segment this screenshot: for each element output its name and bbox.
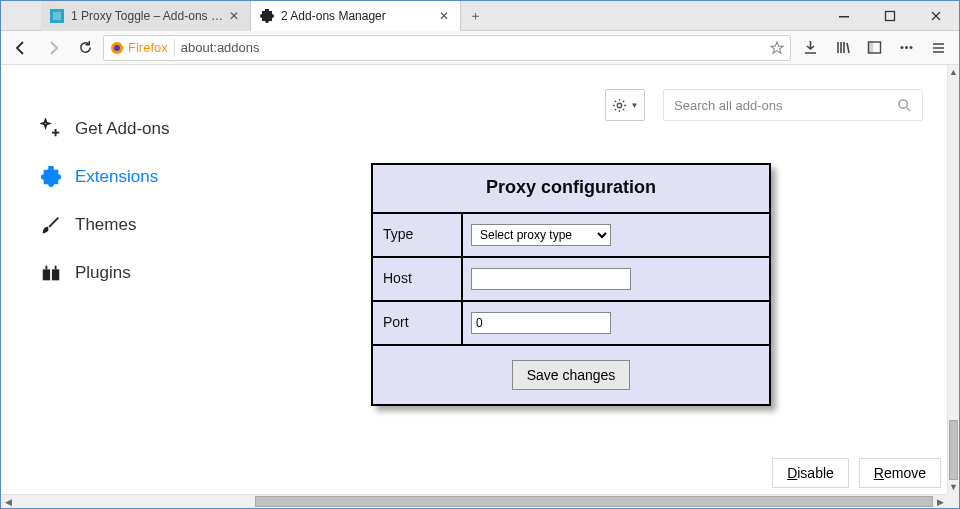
sidebar-item-label: Plugins bbox=[75, 263, 131, 283]
proxy-host-label: Host bbox=[373, 258, 463, 300]
proxy-row-host: Host bbox=[373, 258, 769, 302]
svg-point-12 bbox=[899, 99, 907, 107]
proxy-type-select[interactable]: Select proxy type bbox=[471, 224, 611, 246]
hamburger-menu-icon[interactable] bbox=[923, 35, 953, 61]
search-addons-input[interactable]: Search all add-ons bbox=[663, 89, 923, 121]
url-text: about:addons bbox=[181, 40, 764, 55]
remove-button-rest: emove bbox=[884, 465, 926, 481]
urlbar-separator bbox=[174, 39, 175, 57]
svg-rect-15 bbox=[46, 266, 48, 270]
svg-rect-13 bbox=[43, 269, 50, 280]
gear-icon bbox=[612, 98, 627, 113]
sidebar-toggle-icon[interactable] bbox=[859, 35, 889, 61]
svg-point-5 bbox=[114, 45, 120, 51]
horizontal-scrollbar[interactable]: ◀ ▶ bbox=[1, 494, 947, 508]
proxy-port-input[interactable] bbox=[471, 312, 611, 334]
content-wrap: ▼ Search all add-ons Get Add-ons Extensi… bbox=[1, 65, 959, 508]
tab-addons-manager[interactable]: 2 Add-ons Manager ✕ bbox=[251, 1, 461, 31]
back-button[interactable] bbox=[7, 35, 35, 61]
tab-label: 2 Add-ons Manager bbox=[281, 9, 436, 23]
category-sidebar: Get Add-ons Extensions Themes Plugins bbox=[39, 105, 170, 297]
search-icon bbox=[897, 98, 912, 113]
sparkle-plus-icon bbox=[39, 117, 63, 141]
scroll-track[interactable] bbox=[948, 79, 959, 480]
toolbar-icons bbox=[795, 35, 953, 61]
tools-gear-button[interactable]: ▼ bbox=[605, 89, 645, 121]
svg-rect-2 bbox=[839, 16, 849, 18]
svg-point-10 bbox=[909, 46, 912, 49]
save-changes-button[interactable]: Save changes bbox=[512, 360, 631, 390]
reload-button[interactable] bbox=[71, 35, 99, 61]
scroll-right-arrow-icon[interactable]: ▶ bbox=[933, 495, 947, 508]
remove-button[interactable]: Remove bbox=[859, 458, 941, 488]
library-icon[interactable] bbox=[827, 35, 857, 61]
forward-button[interactable] bbox=[39, 35, 67, 61]
hscroll-thumb[interactable] bbox=[255, 496, 933, 507]
firefox-icon bbox=[110, 41, 124, 55]
proxy-port-label: Port bbox=[373, 302, 463, 344]
sidebar-item-plugins[interactable]: Plugins bbox=[39, 249, 170, 297]
tab-close-icon[interactable]: ✕ bbox=[436, 9, 452, 23]
svg-rect-1 bbox=[53, 12, 61, 20]
plugin-brick-icon bbox=[39, 261, 63, 285]
tab-index: 2 bbox=[281, 9, 288, 23]
svg-rect-7 bbox=[868, 42, 872, 53]
overflow-icon[interactable] bbox=[891, 35, 921, 61]
search-placeholder: Search all add-ons bbox=[674, 98, 782, 113]
svg-rect-16 bbox=[55, 266, 57, 270]
scroll-thumb[interactable] bbox=[949, 420, 958, 480]
paintbrush-icon bbox=[39, 213, 63, 237]
top-right-controls: ▼ Search all add-ons bbox=[605, 89, 923, 121]
window-controls bbox=[821, 1, 959, 30]
svg-rect-14 bbox=[52, 269, 59, 280]
maximize-button[interactable] bbox=[867, 1, 913, 30]
chevron-down-icon: ▼ bbox=[631, 101, 639, 110]
vertical-scrollbar[interactable]: ▲ ▼ bbox=[947, 65, 959, 494]
minimize-button[interactable] bbox=[821, 1, 867, 30]
tab-close-icon[interactable]: ✕ bbox=[226, 9, 242, 23]
proxy-save-row: Save changes bbox=[373, 346, 769, 404]
proxy-panel-title: Proxy configuration bbox=[373, 165, 769, 214]
tab-label-text: Add-ons Manager bbox=[290, 9, 385, 23]
proxy-type-label: Type bbox=[373, 214, 463, 256]
svg-rect-3 bbox=[886, 11, 895, 20]
proxy-row-type: Type Select proxy type bbox=[373, 214, 769, 258]
scroll-corner bbox=[947, 494, 959, 508]
tab-label: 1 Proxy Toggle – Add-ons for Firefox bbox=[71, 9, 226, 23]
disable-button-rest: isable bbox=[797, 465, 834, 481]
tab-strip: 1 Proxy Toggle – Add-ons for Firefox ✕ 2… bbox=[1, 1, 489, 30]
downloads-icon[interactable] bbox=[795, 35, 825, 61]
addons-content: ▼ Search all add-ons Get Add-ons Extensi… bbox=[1, 65, 947, 494]
new-tab-button[interactable]: ＋ bbox=[461, 1, 489, 30]
scroll-up-arrow-icon[interactable]: ▲ bbox=[948, 65, 959, 79]
firefox-brand-text: Firefox bbox=[128, 40, 168, 55]
navigation-toolbar: Firefox about:addons bbox=[1, 31, 959, 65]
hscroll-track[interactable] bbox=[15, 495, 933, 508]
window-titlebar: 1 Proxy Toggle – Add-ons for Firefox ✕ 2… bbox=[1, 1, 959, 31]
bookmark-star-icon[interactable] bbox=[770, 41, 784, 55]
svg-point-8 bbox=[900, 46, 903, 49]
sidebar-item-extensions[interactable]: Extensions bbox=[39, 153, 170, 201]
proxy-config-panel: Proxy configuration Type Select proxy ty… bbox=[371, 163, 771, 406]
sidebar-item-label: Extensions bbox=[75, 167, 158, 187]
tab-label-text: Proxy Toggle – Add-ons for Firefox bbox=[81, 9, 226, 23]
addon-action-buttons: Disable Remove bbox=[772, 458, 941, 488]
sidebar-item-get-addons[interactable]: Get Add-ons bbox=[39, 105, 170, 153]
svg-point-11 bbox=[617, 103, 622, 108]
svg-point-9 bbox=[905, 46, 908, 49]
proxy-row-port: Port bbox=[373, 302, 769, 346]
url-bar[interactable]: Firefox about:addons bbox=[103, 35, 791, 61]
proxy-host-input[interactable] bbox=[471, 268, 631, 290]
tab-index: 1 bbox=[71, 9, 78, 23]
sidebar-item-label: Themes bbox=[75, 215, 136, 235]
puzzle-icon bbox=[39, 165, 63, 189]
firefox-brand: Firefox bbox=[110, 40, 168, 55]
sidebar-item-label: Get Add-ons bbox=[75, 119, 170, 139]
tab-favicon-proxy bbox=[49, 8, 65, 24]
disable-button[interactable]: Disable bbox=[772, 458, 849, 488]
close-window-button[interactable] bbox=[913, 1, 959, 30]
sidebar-item-themes[interactable]: Themes bbox=[39, 201, 170, 249]
scroll-down-arrow-icon[interactable]: ▼ bbox=[948, 480, 959, 494]
tab-proxy-toggle[interactable]: 1 Proxy Toggle – Add-ons for Firefox ✕ bbox=[41, 1, 251, 31]
scroll-left-arrow-icon[interactable]: ◀ bbox=[1, 495, 15, 508]
